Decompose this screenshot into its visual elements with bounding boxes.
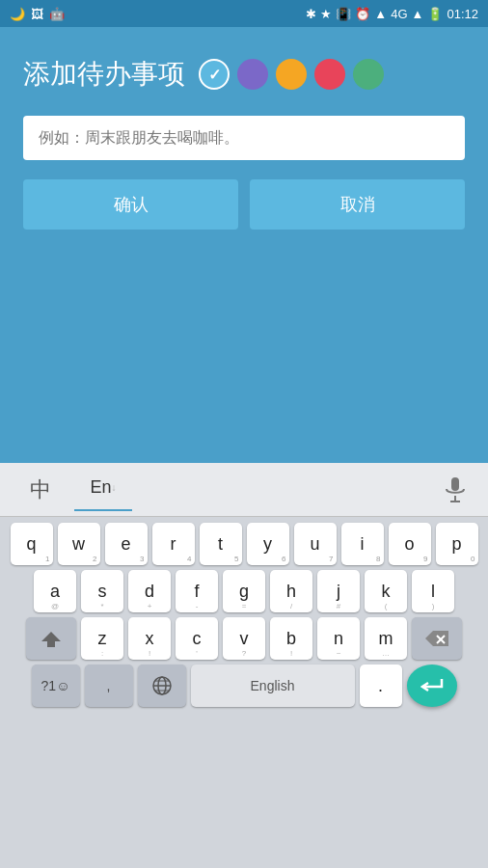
signal-icon: ▲ (374, 7, 387, 21)
key-b[interactable]: b! (270, 617, 312, 660)
key-s[interactable]: s* (81, 570, 123, 612)
checkmark-icon: ✓ (208, 66, 221, 84)
key-a[interactable]: a@ (34, 570, 76, 612)
space-button[interactable]: English (191, 665, 355, 707)
bluetooth-icon: ✱ (306, 7, 316, 21)
key-v[interactable]: v? (223, 617, 265, 660)
key-row-2: a@ s* d+ f- g= h/ j# k( l) (4, 570, 484, 612)
status-bar-right-icons: ✱ ★ 📳 ⏰ ▲ 4G ▲ 🔋 01:12 (306, 7, 478, 21)
signal-bars-icon: ▲ (412, 7, 424, 21)
color-dot-purple[interactable] (237, 59, 268, 90)
color-dot-green[interactable] (353, 59, 384, 90)
comma-button[interactable]: , (85, 665, 133, 707)
mic-button[interactable] (434, 471, 476, 509)
key-k[interactable]: k( (365, 570, 407, 612)
vibrate-icon: 📳 (336, 7, 351, 21)
dialog-title: 添加待办事项 (23, 56, 185, 93)
android-icon: 🤖 (49, 7, 65, 21)
battery-icon: 🔋 (427, 7, 443, 21)
key-n[interactable]: n~ (317, 617, 360, 660)
time-display: 01:12 (447, 7, 478, 21)
image-icon: 🖼 (31, 7, 43, 21)
key-w[interactable]: w2 (58, 523, 100, 565)
svg-rect-0 (451, 477, 459, 491)
color-dot-check[interactable]: ✓ (199, 59, 230, 90)
key-t[interactable]: t5 (200, 523, 242, 565)
key-u[interactable]: u7 (294, 523, 337, 565)
confirm-button[interactable]: 确认 (23, 179, 238, 230)
lang-en-button[interactable]: En↓ (69, 469, 137, 507)
status-bar-left-icons: 🌙 🖼 🤖 (10, 7, 65, 21)
lang-en-col: En↓ (69, 469, 137, 511)
enter-button[interactable] (407, 665, 457, 707)
todo-input[interactable] (23, 116, 465, 160)
key-h[interactable]: h/ (270, 570, 312, 612)
num-sym-button[interactable]: ?1☺ (32, 665, 80, 707)
lang-zh-button[interactable]: 中 (12, 471, 69, 509)
status-bar: 🌙 🖼 🤖 ✱ ★ 📳 ⏰ ▲ 4G ▲ 🔋 01:12 (0, 0, 488, 27)
keyboard-area: 中 En↓ q1 w2 e3 r4 t5 y6 u7 i8 (0, 463, 488, 868)
key-y[interactable]: y6 (247, 523, 289, 565)
lte-icon: 4G (391, 7, 407, 21)
globe-button[interactable] (138, 665, 186, 707)
dialog-title-row: 添加待办事项 ✓ (23, 56, 465, 93)
key-o[interactable]: o9 (389, 523, 431, 565)
cancel-button[interactable]: 取消 (250, 179, 465, 230)
color-dots: ✓ (199, 59, 384, 90)
key-row-3: z: x! c' v? b! n~ m… (4, 617, 484, 660)
key-j[interactable]: j# (317, 570, 360, 612)
key-p[interactable]: p0 (436, 523, 478, 565)
key-i[interactable]: i8 (341, 523, 384, 565)
key-l[interactable]: l) (412, 570, 454, 612)
backspace-button[interactable] (412, 617, 462, 660)
keyboard-rows: q1 w2 e3 r4 t5 y6 u7 i8 o9 p0 a@ s* d+ f… (0, 517, 488, 716)
key-c[interactable]: c' (176, 617, 218, 660)
period-button[interactable]: . (360, 665, 402, 707)
key-x[interactable]: x! (128, 617, 171, 660)
keyboard-top-bar: 中 En↓ (0, 463, 488, 517)
key-row-1: q1 w2 e3 r4 t5 y6 u7 i8 o9 p0 (4, 523, 484, 565)
key-g[interactable]: g= (223, 570, 265, 612)
shift-button[interactable] (26, 617, 76, 660)
clock-icon: ⏰ (355, 7, 370, 21)
key-m[interactable]: m… (365, 617, 407, 660)
moon-icon: 🌙 (10, 7, 25, 21)
color-dot-orange[interactable] (276, 59, 307, 90)
star-icon: ★ (320, 7, 332, 21)
button-row: 确认 取消 (23, 179, 465, 230)
key-r[interactable]: r4 (152, 523, 195, 565)
app-area: 添加待办事项 ✓ 确认 取消 (0, 27, 488, 463)
key-q[interactable]: q1 (11, 523, 53, 565)
key-f[interactable]: f- (176, 570, 218, 612)
color-dot-pink[interactable] (314, 59, 345, 90)
key-e[interactable]: e3 (105, 523, 148, 565)
key-d[interactable]: d+ (128, 570, 171, 612)
svg-rect-4 (47, 643, 55, 645)
en-underline (74, 509, 132, 511)
key-row-4: ?1☺ , English . (4, 665, 484, 707)
key-z[interactable]: z: (81, 617, 123, 660)
